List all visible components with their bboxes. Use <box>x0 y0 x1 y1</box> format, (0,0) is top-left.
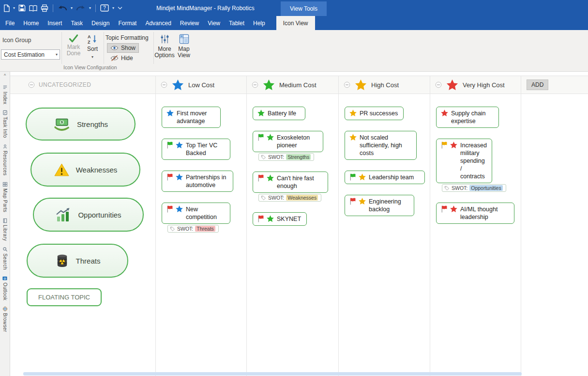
panel-tab-label: Browser <box>2 313 8 332</box>
card-label: AI/ML thought leadership <box>460 205 510 221</box>
swot-tag[interactable]: SWOT:Threats <box>167 225 219 233</box>
collapse-column-icon[interactable] <box>28 81 35 88</box>
topic-card-first-mover-advantage[interactable]: First mover advantage <box>162 107 221 128</box>
collapse-column-icon[interactable] <box>435 81 442 88</box>
menu-tab-file[interactable]: File <box>1 16 19 30</box>
card-icons <box>257 133 274 141</box>
card-group: Engineering backlog <box>345 195 414 216</box>
menu-tab-tablet[interactable]: Tablet <box>225 16 249 30</box>
column-title: UNCATEGORIZED <box>39 81 91 88</box>
topic-card-not-scaled-sufficiently-high-costs[interactable]: Not scaled sufficiently, high costs <box>345 131 417 160</box>
new-document-dropdown-icon[interactable]: ▾ <box>13 6 15 10</box>
map-view-button[interactable]: Map View <box>175 33 193 59</box>
panel-tab-outlook[interactable]: OOutlook <box>2 276 8 300</box>
flag-icon <box>166 173 174 181</box>
panel-tab-browser[interactable]: Browser <box>2 306 8 332</box>
menubar: FileHomeInsertTaskDesignFormatAdvancedRe… <box>0 16 588 30</box>
topic-card-increased-military-spending-contracts[interactable]: Increased military spending / contracts <box>436 139 492 183</box>
board-top-gap <box>10 72 588 76</box>
topic-card-can-t-hire-fast-enough[interactable]: Can't hire fast enough <box>253 172 328 193</box>
star-icon <box>266 215 274 223</box>
star-icon <box>349 109 357 117</box>
tag-value: Opportunities <box>469 185 502 191</box>
swot-tag[interactable]: SWOT:Opportunities <box>442 184 506 192</box>
menu-tab-advanced[interactable]: Advanced <box>141 16 175 30</box>
icon-group-selected-value: Cost Estimation <box>4 51 45 58</box>
topic-card-supply-chain-expertise[interactable]: Supply chain expertise <box>436 107 499 128</box>
panel-tab-index[interactable]: Index <box>2 85 8 104</box>
topic-card-skynet[interactable]: SKYNET <box>253 212 307 226</box>
column-body: Supply chain expertiseIncreased military… <box>430 94 521 376</box>
topic-card-new-competition[interactable]: New competition <box>162 203 230 224</box>
swot-tag[interactable]: SWOT:Weaknesses <box>258 194 321 202</box>
menu-tab-home[interactable]: Home <box>19 16 43 30</box>
undo-button[interactable] <box>58 4 67 12</box>
topic-weaknesses[interactable]: Weaknesses <box>30 153 140 187</box>
save-button[interactable] <box>18 4 26 12</box>
sort-button[interactable]: AZ Sort ▾ <box>84 34 101 60</box>
open-map-button[interactable] <box>29 5 37 12</box>
card-label: Exoskeleton pioneer <box>277 134 319 149</box>
redo-dropdown-icon[interactable]: ▾ <box>89 6 91 10</box>
undo-dropdown-icon[interactable]: ▾ <box>71 6 73 10</box>
minimize-ribbon-button[interactable] <box>118 6 122 10</box>
menu-tab-insert[interactable]: Insert <box>43 16 66 30</box>
column-star-icon <box>262 78 275 92</box>
topic-card-battery-life[interactable]: Battery life <box>253 107 305 120</box>
print-button[interactable] <box>41 4 48 12</box>
redo-button[interactable] <box>76 4 86 12</box>
more-options-button[interactable]: More Options <box>153 33 176 59</box>
horizontal-scrollbar[interactable] <box>23 372 522 376</box>
menu-tab-review[interactable]: Review <box>176 16 203 30</box>
add-column-button[interactable]: ADD <box>527 79 548 90</box>
collapse-panel-button[interactable]: ^ <box>4 73 6 79</box>
toolbar-separator <box>95 4 96 12</box>
icon-group-select[interactable]: Cost Estimation ▾ <box>1 49 60 60</box>
context-tab-view-tools[interactable]: View Tools <box>281 1 327 16</box>
tab-icon-view[interactable]: Icon View <box>276 16 315 30</box>
panel-tab-resources[interactable]: Resources <box>2 144 8 175</box>
topic-card-leadership-team[interactable]: Leadership team <box>345 171 425 184</box>
menu-tab-design[interactable]: Design <box>87 16 114 30</box>
flag-icon <box>257 174 265 182</box>
topic-card-top-tier-vc-backed[interactable]: Top Tier VC Backed <box>162 139 230 160</box>
menu-tab-task[interactable]: Task <box>66 16 87 30</box>
barrel-icon <box>55 253 70 268</box>
panel-tab-search[interactable]: Search <box>2 247 8 270</box>
panel-tab-map-parts[interactable]: Map Parts <box>2 182 8 212</box>
topic-opportunities[interactable]: Opportunities <box>33 198 144 232</box>
collapse-column-icon[interactable] <box>252 81 258 88</box>
topic-card-pr-successes[interactable]: PR successes <box>345 107 404 120</box>
card-group: Increased military spending / contractsS… <box>436 139 506 192</box>
show-button[interactable]: Show <box>107 43 139 53</box>
menu-tab-help[interactable]: Help <box>249 16 270 30</box>
task-info-icon <box>2 110 8 115</box>
panel-tab-label: Task Info <box>2 117 8 138</box>
panel-tab-label: Map Parts <box>2 188 8 212</box>
new-document-button[interactable] <box>3 4 10 12</box>
help-dropdown-icon[interactable]: ▾ <box>112 6 114 10</box>
floating-topic[interactable]: FLOATING TOPIC <box>27 288 102 306</box>
topic-card-partnerships-in-automotive[interactable]: Partnerships in automotive <box>162 171 233 192</box>
topic-card-exoskeleton-pioneer[interactable]: Exoskeleton pioneer <box>253 131 323 152</box>
column-body: First mover advantageTop Tier VC BackedP… <box>156 94 246 376</box>
card-icons <box>440 141 458 149</box>
menu-tab-format[interactable]: Format <box>114 16 141 30</box>
topic-card-ai-ml-thought-leadership[interactable]: AI/ML thought leadership <box>436 203 514 224</box>
topic-strengths[interactable]: Strengths <box>26 108 136 141</box>
collapse-column-icon[interactable] <box>161 81 167 88</box>
card-icons <box>166 109 174 117</box>
menu-tab-view[interactable]: View <box>203 16 225 30</box>
panel-tab-library[interactable]: Library <box>2 218 8 241</box>
help-button[interactable]: ? <box>100 4 109 12</box>
card-label: Leadership team <box>369 173 421 181</box>
column-star-icon <box>446 78 459 92</box>
swot-tag[interactable]: SWOT:Strengths <box>258 153 314 161</box>
topic-card-engineering-backlog[interactable]: Engineering backlog <box>345 195 414 216</box>
topic-threats[interactable]: Threats <box>27 244 128 278</box>
panel-tab-task-info[interactable]: Task Info <box>2 110 8 138</box>
svg-text:A: A <box>88 34 91 39</box>
collapse-column-icon[interactable] <box>344 81 350 88</box>
hide-button[interactable]: Hide <box>107 53 136 63</box>
mark-done-button[interactable]: Mark Done <box>63 34 84 57</box>
